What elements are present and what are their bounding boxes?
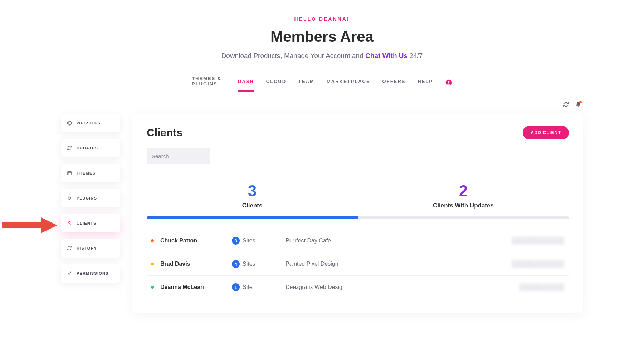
client-email-redacted: xxxxx@xxxxxxxxx	[493, 283, 565, 291]
client-sites: 4 Sites	[232, 260, 286, 268]
search-input[interactable]	[147, 148, 210, 164]
user-icon	[67, 220, 72, 226]
chat-with-us-link[interactable]: Chat With Us	[365, 52, 408, 59]
layout-icon	[67, 170, 72, 176]
nav-dash[interactable]: DASH	[238, 79, 254, 92]
nav-help[interactable]: HELP	[418, 79, 433, 92]
sidebar-item-websites[interactable]: WEBSITES	[61, 114, 120, 132]
notification-dot	[579, 101, 582, 103]
svg-point-10	[68, 273, 69, 275]
subtitle-prefix: Download Products, Manage Your Account a…	[221, 52, 365, 59]
svg-rect-6	[68, 171, 72, 175]
status-dot	[151, 263, 154, 265]
sites-word: Sites	[243, 261, 255, 267]
page-title: Members Area	[61, 28, 583, 45]
svg-point-9	[69, 221, 70, 223]
sidebar-item-plugins[interactable]: PLUGINS	[61, 189, 120, 207]
client-company: Deezgrafix Web Design	[286, 284, 493, 290]
sites-count-badge: 4	[232, 260, 240, 268]
subtitle-suffix: 24/7	[408, 52, 423, 59]
stat-value: 2	[358, 182, 569, 200]
plug-icon	[67, 195, 72, 201]
status-dot	[151, 286, 154, 289]
client-row[interactable]: Brad Davis 4 Sites Painted Pixel Design …	[147, 252, 569, 276]
notifications-icon[interactable]	[575, 102, 581, 107]
sites-count-badge: 1	[232, 283, 240, 291]
stat-value: 3	[147, 182, 358, 200]
nav-themes-plugins[interactable]: THEMES & PLUGINS	[192, 76, 226, 94]
utility-bar	[61, 94, 583, 107]
nav-team[interactable]: TEAM	[298, 79, 314, 92]
nav-cloud[interactable]: CLOUD	[266, 79, 286, 92]
page-subtitle: Download Products, Manage Your Account a…	[61, 52, 583, 60]
globe-icon	[67, 120, 72, 126]
stats-row: 3 Clients 2 Clients With Updates	[147, 182, 569, 209]
main-panel: Clients ADD CLIENT 3 Clients 2 Clients W…	[132, 114, 583, 313]
client-company: Painted Pixel Design	[286, 261, 493, 267]
refresh-icon	[67, 145, 72, 151]
sidebar-item-label: CLIENTS	[77, 221, 96, 225]
sidebar-item-updates[interactable]: UPDATES	[61, 139, 120, 157]
stats-bar-inactive	[358, 216, 569, 219]
client-sites: 3 Sites	[232, 237, 286, 245]
account-icon[interactable]	[445, 79, 452, 91]
client-row[interactable]: Deanna McLean 1 Site Deezgrafix Web Desi…	[147, 276, 569, 299]
stats-bar	[147, 216, 569, 219]
add-client-button[interactable]: ADD CLIENT	[523, 126, 569, 139]
client-name: Chuck Patton	[160, 237, 232, 244]
sidebar-item-permissions[interactable]: PERMISSIONS	[61, 264, 120, 283]
client-name: Brad Davis	[160, 261, 232, 267]
arrow-annotation	[2, 216, 57, 234]
svg-rect-2	[2, 222, 41, 228]
refresh-icon	[67, 245, 72, 251]
greeting-text: HELLO DEANNA!	[61, 16, 583, 22]
client-sites: 1 Site	[232, 283, 286, 291]
sites-word: Site	[243, 284, 253, 290]
sidebar: WEBSITES UPDATES THEMES PLUGINS	[61, 114, 120, 313]
stat-clients-with-updates[interactable]: 2 Clients With Updates	[358, 182, 569, 209]
sidebar-item-label: THEMES	[77, 171, 96, 175]
nav-offers[interactable]: OFFERS	[382, 79, 406, 92]
client-list: Chuck Patton 3 Sites Purrfect Day Cafe x…	[147, 229, 569, 299]
svg-point-1	[448, 81, 450, 83]
page-header: HELLO DEANNA! Members Area Download Prod…	[61, 16, 583, 60]
sidebar-item-label: PLUGINS	[77, 196, 97, 200]
sidebar-item-label: HISTORY	[77, 246, 97, 250]
refresh-icon[interactable]	[563, 102, 569, 107]
sidebar-item-label: WEBSITES	[77, 121, 101, 125]
client-email-redacted: xxxxx@xxxxxxxxxxxx	[493, 260, 565, 268]
sidebar-item-label: UPDATES	[77, 146, 98, 150]
stat-label: Clients	[147, 202, 358, 209]
stat-clients[interactable]: 3 Clients	[147, 182, 358, 209]
client-company: Purrfect Day Cafe	[286, 237, 493, 244]
status-dot	[151, 239, 154, 242]
stat-label: Clients With Updates	[358, 202, 569, 209]
stats-bar-active	[147, 216, 358, 219]
key-icon	[67, 270, 72, 276]
client-name: Deanna McLean	[160, 284, 232, 290]
top-nav: THEMES & PLUGINS DASH CLOUD TEAM MARKETP…	[192, 76, 452, 94]
sidebar-item-history[interactable]: HISTORY	[61, 239, 120, 258]
nav-marketplace[interactable]: MARKETPLACE	[327, 79, 370, 92]
panel-title: Clients	[147, 127, 182, 139]
sidebar-item-themes[interactable]: THEMES	[61, 164, 120, 182]
client-email-redacted: xxxxx@xxxxxxxxxxxx	[493, 236, 565, 245]
sites-count-badge: 3	[232, 237, 240, 245]
client-row[interactable]: Chuck Patton 3 Sites Purrfect Day Cafe x…	[147, 229, 569, 252]
sidebar-item-label: PERMISSIONS	[77, 271, 109, 275]
svg-marker-3	[41, 217, 57, 233]
sidebar-item-clients[interactable]: CLIENTS	[61, 214, 120, 232]
sites-word: Sites	[243, 237, 255, 244]
